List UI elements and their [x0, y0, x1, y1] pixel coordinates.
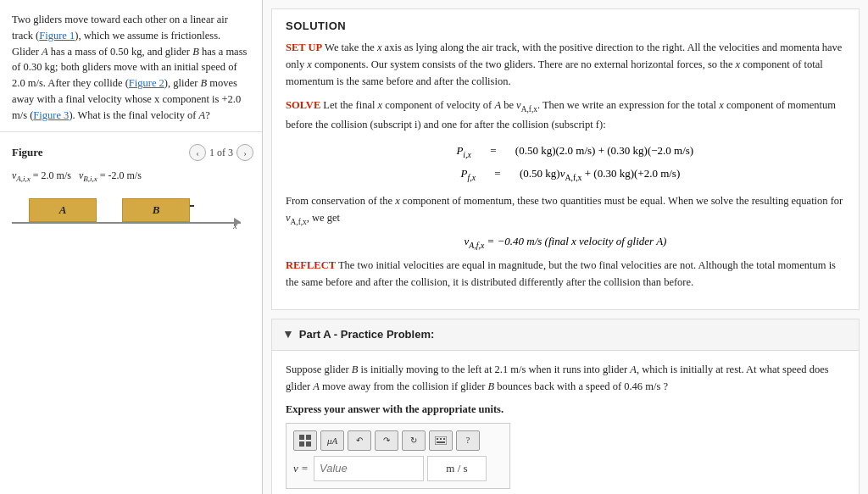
- track-diagram: A B x: [12, 187, 241, 234]
- toggle-arrow[interactable]: ▼: [282, 328, 294, 341]
- grid-button[interactable]: [293, 430, 317, 451]
- toolbar: μA ↶ ↷ ↻ ?: [293, 430, 503, 451]
- practice-body: Suppose glider B is initially moving to …: [272, 351, 859, 494]
- practice-problem-text: Suppose glider B is initially moving to …: [286, 361, 845, 395]
- figure3-link[interactable]: Figure 3: [33, 109, 69, 121]
- figure-header: Figure ‹ 1 of 3 ›: [0, 139, 262, 164]
- keyboard-button[interactable]: [429, 430, 453, 451]
- eq-sign-1: =: [485, 140, 502, 162]
- setup-paragraph: SET UP We take the x axis as lying along…: [286, 39, 845, 90]
- math-line-pi: Pi,x = (0.50 kg)(2.0 m/s) + (0.30 kg)(−2…: [286, 140, 845, 163]
- svg-rect-6: [440, 438, 442, 440]
- unit-label: m / s: [446, 462, 467, 475]
- figure-navigation: ‹ 1 of 3 ›: [189, 144, 253, 161]
- right-panel: SOLUTION SET UP We take the x axis as ly…: [263, 0, 868, 494]
- input-area: μA ↶ ↷ ↻ ?: [286, 423, 510, 489]
- velocity-label: vA,i,x = 2.0 m/s vB,i,x = -2.0 m/s: [12, 169, 253, 183]
- pf-var: Pf,x: [442, 163, 476, 186]
- solution-title: SOLUTION: [286, 19, 845, 32]
- figure-section: Figure ‹ 1 of 3 › vA,i,x = 2.0 m/s vB,i,…: [0, 132, 262, 494]
- mu-button[interactable]: μA: [320, 430, 344, 451]
- svg-rect-7: [443, 438, 445, 440]
- problem-text: Two gliders move toward each other on a …: [0, 0, 262, 132]
- svg-rect-4: [435, 436, 447, 445]
- practice-section: ▼ Part A - Practice Problem: Suppose gli…: [271, 319, 860, 494]
- figure-prev-button[interactable]: ‹: [189, 144, 206, 161]
- setup-label: SET UP: [286, 42, 322, 53]
- svg-rect-5: [437, 438, 438, 440]
- math-line-pf: Pf,x = (0.50 kg)vA,f,x + (0.30 kg)(+2.0 …: [286, 163, 845, 186]
- reflect-paragraph: REFLECT The two initial velocities are e…: [286, 257, 845, 291]
- reflect-label: REFLECT: [286, 259, 336, 271]
- svg-rect-3: [306, 441, 311, 447]
- math-equations: Pi,x = (0.50 kg)(2.0 m/s) + (0.30 kg)(−2…: [286, 140, 845, 186]
- practice-title: Part A - Practice Problem:: [299, 328, 434, 341]
- undo-button[interactable]: ↶: [348, 430, 371, 451]
- left-panel: Two gliders move toward each other on a …: [0, 0, 263, 494]
- practice-header: ▼ Part A - Practice Problem:: [272, 319, 859, 351]
- figure1-link[interactable]: Figure 1: [39, 30, 75, 42]
- solution-box: SOLUTION SET UP We take the x axis as ly…: [271, 8, 860, 310]
- figure-image: vA,i,x = 2.0 m/s vB,i,x = -2.0 m/s A B: [0, 164, 262, 241]
- value-input[interactable]: [314, 456, 424, 481]
- help-button[interactable]: ?: [456, 430, 480, 451]
- svg-rect-8: [437, 441, 445, 443]
- input-row: v = m / s: [293, 456, 503, 481]
- figure-next-button[interactable]: ›: [236, 144, 253, 161]
- eq-sign-2: =: [489, 163, 506, 185]
- pi-var: Pi,x: [437, 140, 471, 163]
- redo-button[interactable]: ↷: [375, 430, 398, 451]
- track-line: [12, 222, 241, 224]
- figure-title: Figure: [12, 146, 43, 159]
- glider-a-label: A: [59, 203, 67, 217]
- pi-expr: (0.50 kg)(2.0 m/s) + (0.30 kg)(−2.0 m/s): [515, 140, 693, 162]
- figure-page-indicator: 1 of 3: [209, 147, 233, 159]
- express-label: Express your answer with the appropriate…: [286, 403, 845, 416]
- glider-b-label: B: [153, 203, 160, 217]
- solve-paragraph: SOLVE Let the final x component of veloc…: [286, 97, 845, 133]
- solve-label: SOLVE: [286, 99, 320, 111]
- unit-box: m / s: [427, 456, 487, 481]
- eq-label: v =: [293, 462, 310, 475]
- pf-expr: (0.50 kg)vA,f,x + (0.30 kg)(+2.0 m/s): [520, 163, 689, 186]
- glider-a: A: [29, 198, 97, 222]
- svg-rect-0: [299, 435, 304, 440]
- figure2-link[interactable]: Figure 2: [129, 77, 164, 89]
- svg-rect-1: [306, 435, 311, 440]
- svg-rect-2: [299, 441, 304, 447]
- x-label: x: [233, 220, 237, 230]
- conservation-text: From conservation of the x component of …: [286, 192, 845, 229]
- glider-b: B: [122, 198, 190, 222]
- refresh-button[interactable]: ↻: [402, 430, 426, 451]
- final-answer: vA,f,x = −0.40 m/s (final x velocity of …: [286, 235, 845, 250]
